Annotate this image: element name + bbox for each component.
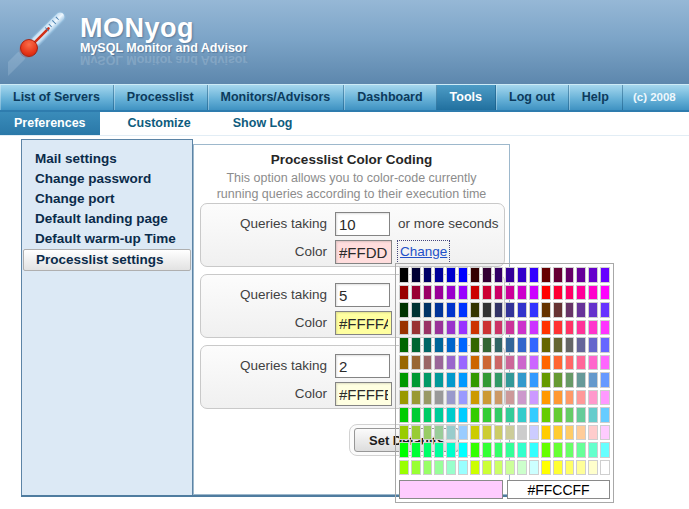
color-swatch[interactable]	[517, 302, 527, 318]
color-swatch[interactable]	[505, 425, 515, 441]
color-swatch[interactable]	[588, 390, 598, 406]
color-swatch[interactable]	[423, 302, 433, 318]
color-swatch[interactable]	[541, 425, 551, 441]
color-swatch[interactable]	[541, 285, 551, 301]
color-swatch[interactable]	[399, 267, 409, 283]
color-swatch[interactable]	[423, 425, 433, 441]
color-swatch[interactable]	[458, 460, 468, 476]
color-swatch[interactable]	[494, 442, 504, 458]
color-swatch[interactable]	[553, 267, 563, 283]
color-swatch[interactable]	[588, 425, 598, 441]
color-swatch[interactable]	[411, 285, 421, 301]
color-swatch[interactable]	[553, 302, 563, 318]
color-swatch[interactable]	[470, 442, 480, 458]
color-swatch[interactable]	[411, 460, 421, 476]
color-swatch[interactable]	[411, 390, 421, 406]
color-swatch[interactable]	[411, 407, 421, 423]
color-swatch[interactable]	[446, 425, 456, 441]
color-swatch[interactable]	[446, 372, 456, 388]
sidebar-item-default-landing-page[interactable]: Default landing page	[22, 209, 192, 229]
color-swatch[interactable]	[588, 302, 598, 318]
color-swatch[interactable]	[505, 460, 515, 476]
color-swatch[interactable]	[553, 407, 563, 423]
color-swatch[interactable]	[541, 320, 551, 336]
color-swatch[interactable]	[458, 372, 468, 388]
color-swatch[interactable]	[399, 372, 409, 388]
color-swatch[interactable]	[517, 425, 527, 441]
color-swatch[interactable]	[458, 285, 468, 301]
color-swatch[interactable]	[600, 390, 610, 406]
color-swatch[interactable]	[482, 460, 492, 476]
color-swatch[interactable]	[399, 460, 409, 476]
color-swatch[interactable]	[434, 407, 444, 423]
color-swatch[interactable]	[529, 460, 539, 476]
sidebar-item-change-password[interactable]: Change password	[22, 169, 192, 189]
color-swatch[interactable]	[517, 355, 527, 371]
color-swatch[interactable]	[576, 442, 586, 458]
nav-tab-processlist[interactable]: Processlist	[114, 85, 208, 110]
color-swatch[interactable]	[576, 460, 586, 476]
color-swatch[interactable]	[446, 320, 456, 336]
color-swatch[interactable]	[470, 390, 480, 406]
sidebar-item-mail-settings[interactable]: Mail settings	[22, 149, 192, 169]
color-swatch[interactable]	[399, 285, 409, 301]
color-swatch[interactable]	[446, 460, 456, 476]
color-swatch[interactable]	[434, 302, 444, 318]
color-swatch[interactable]	[600, 460, 610, 476]
color-swatch[interactable]	[541, 355, 551, 371]
color-swatch[interactable]	[482, 355, 492, 371]
color-swatch[interactable]	[494, 267, 504, 283]
change-color-link[interactable]: Change	[398, 241, 449, 263]
color-swatch[interactable]	[600, 302, 610, 318]
color-swatch[interactable]	[505, 372, 515, 388]
color-swatch[interactable]	[482, 425, 492, 441]
color-swatch[interactable]	[529, 390, 539, 406]
color-swatch[interactable]	[411, 267, 421, 283]
color-swatch[interactable]	[411, 372, 421, 388]
color-swatch[interactable]	[600, 267, 610, 283]
color-swatch[interactable]	[434, 355, 444, 371]
color-swatch[interactable]	[458, 355, 468, 371]
color-swatch[interactable]	[517, 285, 527, 301]
color-swatch[interactable]	[482, 337, 492, 353]
color-swatch[interactable]	[411, 320, 421, 336]
color-swatch[interactable]	[482, 442, 492, 458]
seconds-input-2[interactable]	[335, 354, 390, 378]
color-swatch[interactable]	[482, 285, 492, 301]
color-swatch[interactable]	[576, 302, 586, 318]
color-swatch[interactable]	[576, 320, 586, 336]
color-swatch[interactable]	[411, 442, 421, 458]
color-swatch[interactable]	[576, 425, 586, 441]
nav-tab-list-of-servers[interactable]: List of Servers	[0, 85, 114, 110]
color-swatch[interactable]	[423, 407, 433, 423]
color-swatch[interactable]	[505, 407, 515, 423]
color-swatch[interactable]	[482, 372, 492, 388]
color-swatch[interactable]	[600, 320, 610, 336]
nav-tab-monitors-advisors[interactable]: Monitors/Advisors	[208, 85, 345, 110]
color-swatch[interactable]	[505, 302, 515, 318]
color-swatch[interactable]	[434, 285, 444, 301]
color-swatch[interactable]	[565, 390, 575, 406]
color-swatch[interactable]	[434, 372, 444, 388]
color-swatch[interactable]	[565, 337, 575, 353]
color-swatch[interactable]	[399, 302, 409, 318]
color-swatch[interactable]	[565, 285, 575, 301]
color-swatch[interactable]	[588, 372, 598, 388]
sidebar-item-change-port[interactable]: Change port	[22, 189, 192, 209]
color-swatch[interactable]	[434, 442, 444, 458]
color-swatch[interactable]	[600, 425, 610, 441]
color-swatch[interactable]	[399, 442, 409, 458]
color-swatch[interactable]	[588, 337, 598, 353]
color-swatch[interactable]	[541, 460, 551, 476]
color-swatch[interactable]	[494, 460, 504, 476]
color-swatch[interactable]	[446, 442, 456, 458]
color-swatch[interactable]	[458, 442, 468, 458]
color-swatch[interactable]	[458, 302, 468, 318]
nav-tab-help[interactable]: Help	[569, 85, 623, 110]
color-swatch[interactable]	[529, 320, 539, 336]
color-swatch[interactable]	[541, 337, 551, 353]
color-swatch[interactable]	[494, 320, 504, 336]
color-swatch[interactable]	[470, 372, 480, 388]
color-swatch[interactable]	[565, 425, 575, 441]
color-swatch[interactable]	[470, 355, 480, 371]
